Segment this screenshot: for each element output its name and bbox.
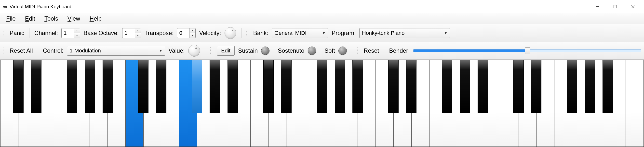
base-octave-spin[interactable]: ▲▼ <box>122 28 141 38</box>
svg-rect-4 <box>4 7 5 7</box>
transpose-up[interactable]: ▲ <box>190 28 195 33</box>
base-octave-down[interactable]: ▼ <box>135 33 141 38</box>
close-button[interactable] <box>624 1 642 12</box>
black-key[interactable] <box>352 60 363 113</box>
black-key[interactable] <box>85 60 95 113</box>
channel-up[interactable]: ▲ <box>74 28 80 33</box>
toolbar-controllers: Reset All Control: 1-Modulation ▼ Value:… <box>0 42 644 60</box>
black-key[interactable] <box>102 60 113 113</box>
program-combo[interactable]: Honky-tonk Piano ▼ <box>359 28 450 38</box>
toolbar-grip[interactable] <box>210 46 212 55</box>
toolbar-grip[interactable] <box>246 29 249 37</box>
panic-button[interactable]: Panic <box>10 30 24 36</box>
sustain-led[interactable] <box>261 47 270 55</box>
black-key[interactable] <box>602 60 613 113</box>
channel-label: Channel: <box>34 30 58 36</box>
svg-rect-3 <box>4 7 4 7</box>
soft-led[interactable] <box>338 47 347 55</box>
menu-file[interactable]: File <box>5 14 17 23</box>
menu-edit[interactable]: Edit <box>24 14 36 23</box>
menu-help[interactable]: Help <box>88 14 103 23</box>
control-combo[interactable]: 1-Modulation ▼ <box>67 46 165 56</box>
bender-fill <box>414 49 528 52</box>
transpose-down[interactable]: ▼ <box>190 33 195 38</box>
piano-area <box>0 60 644 147</box>
channel-input[interactable] <box>62 28 74 38</box>
bender-thumb[interactable] <box>525 47 530 54</box>
app-window: Virtual MIDI Piano Keyboard File Edit To… <box>0 0 644 147</box>
black-key[interactable] <box>585 60 595 113</box>
black-key[interactable] <box>388 60 398 113</box>
reset-button[interactable]: Reset <box>364 47 379 54</box>
black-key[interactable] <box>460 60 470 113</box>
program-label: Program: <box>332 30 356 36</box>
toolbar-grip[interactable] <box>3 46 5 55</box>
menu-view[interactable]: View <box>66 14 82 23</box>
base-octave-label: Base Octave: <box>84 30 119 36</box>
black-key[interactable] <box>156 60 166 113</box>
black-key[interactable] <box>263 60 274 113</box>
black-key[interactable] <box>317 60 327 113</box>
chevron-down-icon: ▼ <box>322 31 326 35</box>
black-key[interactable] <box>478 60 488 113</box>
svg-rect-2 <box>3 7 4 7</box>
svg-rect-6 <box>6 7 6 7</box>
chevron-down-icon: ▼ <box>159 49 162 53</box>
piano-keyboard <box>0 60 644 147</box>
black-key[interactable] <box>531 60 542 113</box>
transpose-label: Transpose: <box>144 30 174 36</box>
minimize-button[interactable] <box>589 1 606 12</box>
svg-rect-5 <box>5 7 5 7</box>
transpose-input[interactable] <box>177 28 190 38</box>
program-value: Honky-tonk Piano <box>362 30 405 36</box>
bank-label: Bank: <box>253 30 268 36</box>
black-key[interactable] <box>335 60 345 113</box>
black-key[interactable] <box>406 60 416 113</box>
black-key[interactable] <box>228 60 238 113</box>
black-key[interactable] <box>31 60 41 113</box>
bank-value: General MIDI <box>274 30 306 36</box>
toolbar-grip[interactable] <box>357 46 359 55</box>
edit-button[interactable]: Edit <box>217 46 235 56</box>
base-octave-up[interactable]: ▲ <box>135 28 141 33</box>
black-key[interactable] <box>513 60 524 113</box>
maximize-button[interactable] <box>606 1 624 12</box>
black-key[interactable] <box>67 60 77 113</box>
bender-label: Bender: <box>389 47 410 54</box>
black-key[interactable] <box>13 60 24 113</box>
velocity-knob[interactable] <box>224 27 236 39</box>
black-key[interactable] <box>138 60 148 113</box>
window-title: Virtual MIDI Piano Keyboard <box>10 4 72 9</box>
velocity-label: Velocity: <box>199 30 221 36</box>
black-key[interactable] <box>567 60 577 113</box>
menubar: File Edit Tools View Help <box>0 13 644 24</box>
menu-tools[interactable]: Tools <box>43 14 60 23</box>
app-icon <box>2 4 7 9</box>
titlebar: Virtual MIDI Piano Keyboard <box>0 0 644 13</box>
transpose-spin[interactable]: ▲▼ <box>177 28 196 38</box>
bank-combo[interactable]: General MIDI ▼ <box>272 28 328 38</box>
value-label: Value: <box>168 47 185 54</box>
sostenuto-label: Sostenuto <box>278 47 304 54</box>
toolbar-main: Panic Channel: ▲▼ Base Octave: ▲▼ Transp… <box>0 24 644 42</box>
black-key[interactable] <box>210 60 220 113</box>
svg-rect-8 <box>614 5 617 8</box>
black-key[interactable] <box>192 60 202 113</box>
channel-down[interactable]: ▼ <box>74 33 80 38</box>
white-key[interactable] <box>626 60 644 147</box>
control-label: Control: <box>43 47 64 54</box>
reset-all-button[interactable]: Reset All <box>10 47 33 54</box>
sostenuto-led[interactable] <box>308 47 316 55</box>
value-knob[interactable] <box>188 45 200 57</box>
black-key[interactable] <box>442 60 452 113</box>
black-key[interactable] <box>281 60 291 113</box>
base-octave-input[interactable] <box>122 28 135 38</box>
edit-label: Edit <box>221 47 230 54</box>
channel-spin[interactable]: ▲▼ <box>61 28 80 38</box>
control-value: 1-Modulation <box>70 47 101 54</box>
bender-slider[interactable] <box>413 49 641 52</box>
chevron-down-icon: ▼ <box>444 31 448 35</box>
sustain-label: Sustain <box>238 47 258 54</box>
toolbar-grip[interactable] <box>3 29 5 37</box>
soft-label: Soft <box>324 47 335 54</box>
